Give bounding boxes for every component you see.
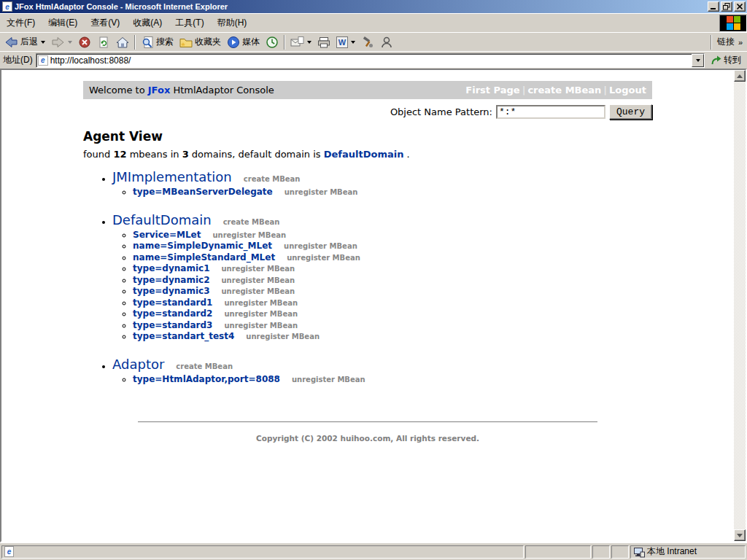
domain-link[interactable]: DefaultDomain [112,212,212,228]
mbean-link[interactable]: Service=MLet [133,230,201,240]
unregister-mbean-link[interactable]: unregister MBean [212,231,286,239]
intranet-zone-icon [633,546,645,558]
mbean-item: type=standard1unregister MBean [133,298,652,309]
scroll-down-button[interactable] [734,529,746,541]
scroll-down-icon [737,534,743,537]
mbean-link[interactable]: type=standard2 [133,308,212,319]
refresh-icon [97,36,110,49]
unregister-mbean-link[interactable]: unregister MBean [221,287,295,295]
zone-label: 本地 Intranet [647,545,697,558]
go-button[interactable]: 转到 [708,53,744,67]
mbean-list: type=HtmlAdaptor,port=8088unregister MBe… [112,374,652,386]
vertical-scrollbar[interactable] [734,70,746,541]
address-dropdown-button[interactable] [692,54,704,67]
menu-view[interactable]: 查看(V) [84,14,126,32]
menu-tools[interactable]: 工具(T) [169,14,210,32]
mbean-list: type=MBeanServerDelegateunregister MBean [112,187,652,198]
menu-help[interactable]: 帮助(H) [211,14,254,32]
favorites-button[interactable]: 收藏夹 [177,34,224,50]
mbean-link[interactable]: name=SimpleStandard_MLet [133,252,275,262]
window-title: JFox HtmlAdaptor Console - Microsoft Int… [15,2,706,11]
unregister-mbean-link[interactable]: unregister MBean [221,276,295,284]
create-mbean-link[interactable]: create MBean [223,218,280,226]
domain-link[interactable]: Adaptor [112,357,164,372]
print-button[interactable] [314,34,333,50]
mbean-link[interactable]: type=standard1 [133,298,212,308]
summary-line: found 12 mbeans in 3 domains, default do… [83,149,652,160]
close-button[interactable] [734,1,746,12]
unregister-mbean-link[interactable]: unregister MBean [246,332,320,341]
messenger-button[interactable] [377,34,396,50]
query-button[interactable]: Query [609,104,652,120]
mbean-link[interactable]: type=standard3 [133,320,212,330]
minimize-button[interactable] [708,1,719,12]
mbean-link[interactable]: type=standart_test4 [133,331,234,341]
media-icon [227,36,240,49]
mail-icon [290,36,304,49]
links-label: 链接 [717,36,735,48]
favorites-folder-icon [179,36,193,49]
links-bar-button[interactable]: 链接 » [714,34,746,50]
menu-edit[interactable]: 编辑(E) [42,14,84,32]
unregister-mbean-link[interactable]: unregister MBean [221,265,295,273]
restore-icon [722,2,731,11]
ie-window-icon: e [2,1,12,12]
home-icon [116,36,129,49]
page-header-bar: Welcome to JFox HtmlAdaptor Console Firs… [83,81,652,99]
back-dropdown-icon [41,41,45,44]
create-mbean-link[interactable]: create MBean [176,362,233,370]
create-mbean-link[interactable]: create MBean [244,175,301,183]
unregister-mbean-link[interactable]: unregister MBean [284,242,357,250]
mbean-link[interactable]: type=dynamic1 [133,263,209,273]
menu-file[interactable]: 文件(F) [0,14,42,32]
media-button[interactable]: 媒体 [224,34,263,50]
unregister-mbean-link[interactable]: unregister MBean [224,299,298,307]
nav-logout-link[interactable]: Logout [609,85,646,96]
menu-favorites[interactable]: 收藏(A) [126,14,169,32]
domain-list: JMImplementationcreate MBean type=MBeanS… [83,169,652,385]
history-button[interactable] [263,34,282,50]
nav-separator: | [603,85,607,96]
refresh-button[interactable] [94,34,113,50]
mbean-link[interactable]: type=dynamic3 [133,286,209,296]
mbean-item: type=dynamic1unregister MBean [133,263,652,275]
mbean-link[interactable]: type=dynamic2 [133,275,209,285]
unregister-mbean-link[interactable]: unregister MBean [285,188,358,196]
status-pane [611,545,629,559]
stop-button[interactable] [75,34,94,50]
domain-link[interactable]: JMImplementation [112,169,232,184]
object-name-pattern-input[interactable] [496,105,605,119]
jfox-brand-link[interactable]: JFox [148,85,171,96]
unregister-mbean-link[interactable]: unregister MBean [224,310,298,318]
mbean-item: name=SimpleDynamic_MLetunregister MBean [133,241,652,252]
query-form: Object Name Pattern: Query [83,104,652,120]
mbean-link[interactable]: type=MBeanServerDelegate [133,187,273,197]
forward-button[interactable] [48,34,75,50]
unregister-mbean-link[interactable]: unregister MBean [224,322,298,330]
home-button[interactable] [113,34,132,50]
mail-button[interactable] [287,34,314,50]
search-button[interactable]: 搜索 [138,34,177,50]
mbean-link[interactable]: type=HtmlAdaptor,port=8088 [133,374,280,384]
unregister-mbean-link[interactable]: unregister MBean [292,376,365,384]
edit-with-word-button[interactable]: W [333,34,358,50]
address-input-container: e [36,53,705,68]
toolbar: 后退 搜索 [0,32,747,51]
title-bar: e JFox HtmlAdaptor Console - Microsoft I… [0,0,747,13]
mbean-item: type=dynamic2unregister MBean [133,275,652,287]
nav-create-mbean-link[interactable]: create MBean [527,85,601,96]
status-main-pane: e [1,545,524,559]
forward-dropdown-icon [68,41,72,44]
links-section: 链接 » [708,34,746,50]
close-icon [735,2,744,11]
unregister-mbean-link[interactable]: unregister MBean [287,254,360,262]
mbean-link[interactable]: name=SimpleDynamic_MLet [133,241,272,251]
nav-first-page-link[interactable]: First Page [465,85,519,96]
back-button[interactable]: 后退 [1,34,48,50]
restore-button[interactable] [721,1,732,12]
address-input[interactable] [50,55,692,66]
default-domain-link[interactable]: DefaultDomain [324,149,404,160]
tools-button[interactable] [358,34,377,50]
scroll-up-button[interactable] [734,70,746,82]
welcome-suffix: HtmlAdaptor Console [170,85,274,96]
